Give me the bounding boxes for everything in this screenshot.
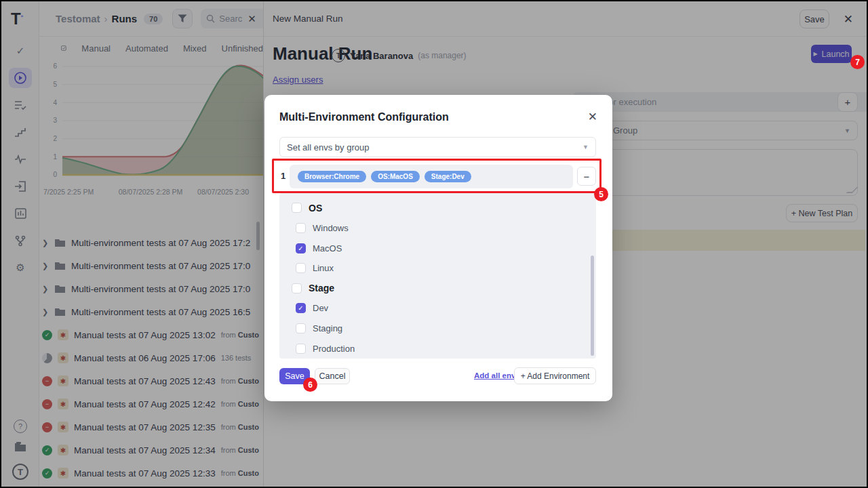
checkbox[interactable] (292, 203, 302, 213)
add-environment-button[interactable]: + Add Environment (514, 367, 596, 384)
annotation-badge-5: 5 (594, 187, 608, 201)
checkbox[interactable] (296, 323, 306, 333)
checkbox[interactable] (296, 223, 306, 233)
env-option-row[interactable]: ✓MacOS (292, 238, 596, 258)
checkbox-checked[interactable]: ✓ (296, 243, 306, 253)
environments-checkbox-panel: OS Windows ✓MacOS Linux Stage ✓Dev Stagi… (279, 193, 596, 359)
checkbox-checked[interactable]: ✓ (296, 303, 306, 313)
env-option-row[interactable]: Staging (292, 319, 596, 339)
set-envs-by-group-select[interactable]: Set all envs by group ▼ (279, 137, 596, 157)
env-option-row[interactable]: ✓Dev (292, 298, 596, 319)
checkbox-panel-scrollbar[interactable] (591, 256, 594, 356)
env-group-row[interactable]: OS (292, 198, 596, 218)
env-option-row[interactable]: Production (292, 338, 596, 359)
env-option-row[interactable]: Windows (292, 218, 596, 239)
chevron-down-icon: ▼ (583, 144, 589, 150)
env-option-row[interactable]: Linux (292, 258, 596, 279)
screen-frame: T▪ ✓ (0, 0, 868, 488)
checkbox[interactable] (296, 263, 306, 273)
multi-environment-modal: Multi-Environment Configuration ✕ Set al… (264, 95, 612, 401)
modal-close-icon[interactable]: ✕ (588, 110, 597, 124)
add-all-envs-link[interactable]: Add all envs (474, 371, 520, 380)
checkbox[interactable] (292, 283, 302, 293)
annotation-badge-6: 6 (303, 378, 317, 392)
modal-cancel-button[interactable]: Cancel (315, 368, 350, 384)
modal-title: Multi-Environment Configuration (279, 111, 449, 123)
annotation-badge-7: 7 (850, 55, 865, 69)
checkbox[interactable] (296, 344, 306, 354)
env-group-row[interactable]: Stage (292, 279, 596, 299)
annotation-rectangle (272, 159, 601, 193)
